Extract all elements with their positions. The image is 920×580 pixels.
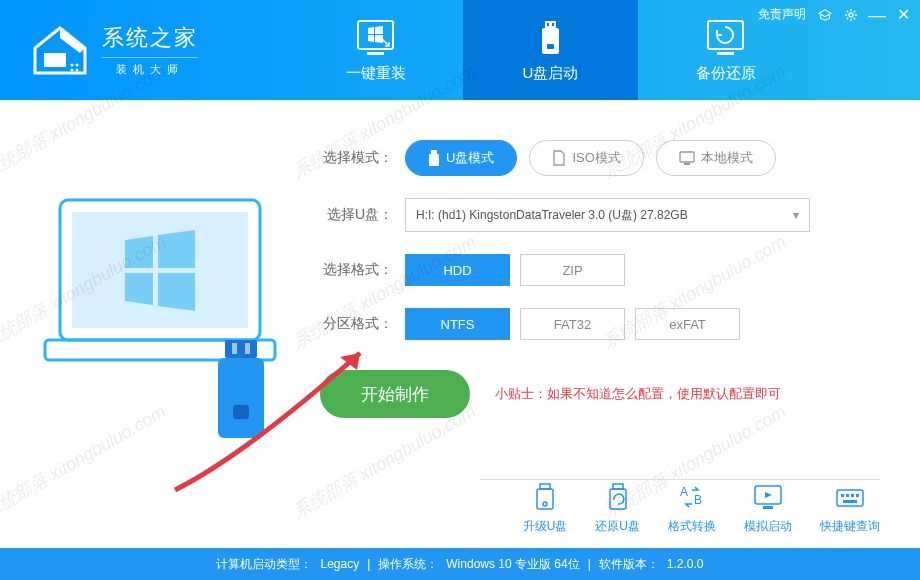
- form-area: 选择模式： U盘模式 ISO模式 本地模式 选择U盘： H:I:: [300, 140, 880, 450]
- svg-rect-13: [717, 52, 734, 55]
- mode-iso-button[interactable]: ISO模式: [529, 140, 643, 176]
- boot-type-label: 计算机启动类型：: [216, 556, 312, 573]
- tool-label: 还原U盘: [595, 518, 640, 535]
- svg-rect-21: [232, 343, 237, 354]
- svg-rect-38: [846, 494, 849, 497]
- tool-format-convert[interactable]: AB 格式转换: [668, 482, 716, 535]
- start-create-button[interactable]: 开始制作: [320, 370, 470, 418]
- boot-type-value: Legacy: [320, 557, 359, 571]
- svg-point-14: [849, 13, 853, 17]
- tool-label: 模拟启动: [744, 518, 792, 535]
- svg-point-4: [76, 68, 79, 71]
- svg-rect-25: [680, 152, 694, 162]
- svg-point-1: [71, 63, 74, 66]
- separator: [480, 479, 880, 480]
- usb-small-icon: [428, 150, 440, 166]
- svg-rect-0: [44, 53, 66, 67]
- usb-up-icon: [529, 482, 561, 512]
- graduation-icon[interactable]: [818, 8, 832, 22]
- main-content: 选择模式： U盘模式 ISO模式 本地模式 选择U盘： H:I:: [0, 100, 920, 460]
- minimize-icon[interactable]: —: [870, 8, 884, 22]
- logo-icon: [30, 23, 90, 78]
- header: 系统之家 装机大师 一键重装 U盘启动: [0, 0, 920, 100]
- nav-tabs: 一键重装 U盘启动 备份还原: [288, 0, 813, 100]
- logo-subtitle: 装机大师: [102, 57, 198, 77]
- format-zip-button[interactable]: ZIP: [520, 254, 625, 286]
- svg-rect-18: [225, 340, 257, 358]
- footer-bar: 计算机启动类型： Legacy | 操作系统： Windows 10 专业版 6…: [0, 548, 920, 580]
- backup-restore-icon: [703, 18, 748, 58]
- partition-label: 分区格式：: [320, 315, 405, 333]
- tab-usb-boot[interactable]: U盘启动: [463, 0, 638, 100]
- svg-point-2: [76, 63, 79, 66]
- usb-select-dropdown[interactable]: H:I: (hd1) KingstonDataTraveler 3.0 (U盘)…: [405, 198, 810, 232]
- svg-rect-10: [542, 28, 559, 54]
- mode-local-button[interactable]: 本地模式: [656, 140, 776, 176]
- format-label: 选择格式：: [320, 261, 405, 279]
- svg-rect-26: [684, 163, 690, 165]
- usb-restore-icon: [602, 482, 634, 512]
- svg-rect-36: [837, 490, 863, 506]
- windows-install-icon: [353, 18, 398, 58]
- window-controls: 免责声明 — ✕: [758, 6, 910, 23]
- tab-label: 备份还原: [696, 64, 756, 83]
- bottom-tools: 升级U盘 还原U盘 AB 格式转换 模拟启动 快捷键查询: [523, 482, 880, 535]
- usb-boot-icon: [528, 18, 573, 58]
- partition-fat32-button[interactable]: FAT32: [520, 308, 625, 340]
- version-value: 1.2.0.0: [667, 557, 704, 571]
- svg-rect-41: [843, 500, 857, 503]
- svg-rect-20: [233, 405, 249, 419]
- monitor-play-icon: [752, 482, 784, 512]
- svg-rect-19: [218, 358, 264, 438]
- format-hdd-button[interactable]: HDD: [405, 254, 510, 286]
- svg-rect-22: [245, 343, 250, 354]
- os-label: 操作系统：: [378, 556, 438, 573]
- svg-rect-37: [841, 494, 844, 497]
- tool-hotkey-query[interactable]: 快捷键查询: [820, 482, 880, 535]
- mode-label: 选择模式：: [320, 149, 405, 167]
- monitor-icon: [679, 151, 695, 165]
- tool-upgrade-usb[interactable]: 升级U盘: [523, 482, 568, 535]
- gear-icon[interactable]: [844, 8, 858, 22]
- svg-rect-16: [72, 212, 248, 328]
- convert-icon: AB: [676, 482, 708, 512]
- close-icon[interactable]: ✕: [896, 8, 910, 22]
- version-label: 软件版本：: [599, 556, 659, 573]
- tool-restore-usb[interactable]: 还原U盘: [595, 482, 640, 535]
- svg-text:A: A: [680, 485, 688, 499]
- partition-exfat-button[interactable]: exFAT: [635, 308, 740, 340]
- svg-rect-9: [552, 23, 554, 26]
- svg-point-3: [71, 68, 74, 71]
- svg-rect-35: [763, 506, 773, 509]
- chevron-down-icon: ▾: [793, 208, 799, 222]
- usb-select-value: H:I: (hd1) KingstonDataTraveler 3.0 (U盘)…: [416, 207, 688, 224]
- logo-title: 系统之家: [102, 23, 198, 53]
- tip-text: 小贴士：如果不知道怎么配置，使用默认配置即可: [495, 385, 781, 403]
- tab-label: 一键重装: [346, 64, 406, 83]
- tool-label: 快捷键查询: [820, 518, 880, 535]
- partition-ntfs-button[interactable]: NTFS: [405, 308, 510, 340]
- tool-label: 格式转换: [668, 518, 716, 535]
- svg-rect-7: [545, 21, 556, 28]
- svg-rect-11: [547, 44, 554, 49]
- usb-select-label: 选择U盘：: [320, 206, 405, 224]
- tab-label: U盘启动: [523, 64, 579, 83]
- mode-usb-button[interactable]: U盘模式: [405, 140, 517, 176]
- iso-file-icon: [552, 150, 566, 166]
- tab-reinstall[interactable]: 一键重装: [288, 0, 463, 100]
- svg-rect-24: [429, 154, 439, 166]
- keyboard-icon: [834, 482, 866, 512]
- svg-rect-39: [851, 494, 854, 497]
- svg-rect-12: [708, 21, 743, 49]
- tool-label: 升级U盘: [523, 518, 568, 535]
- os-value: Windows 10 专业版 64位: [446, 556, 579, 573]
- svg-rect-6: [367, 52, 384, 55]
- svg-rect-8: [547, 23, 549, 26]
- logo-section: 系统之家 装机大师: [0, 23, 198, 78]
- tool-simulate-boot[interactable]: 模拟启动: [744, 482, 792, 535]
- svg-text:B: B: [694, 493, 702, 507]
- svg-rect-23: [431, 150, 437, 154]
- disclaimer-link[interactable]: 免责声明: [758, 6, 806, 23]
- svg-point-29: [543, 502, 547, 506]
- svg-rect-40: [856, 494, 859, 497]
